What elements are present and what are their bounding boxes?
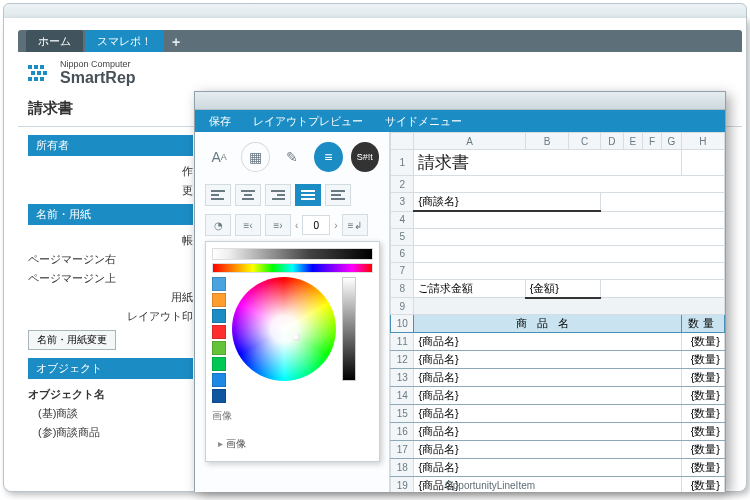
color-picker: 画像 画像 (205, 241, 380, 462)
align-justify-icon[interactable] (295, 184, 321, 206)
table-row[interactable]: 17{商品名}{数量} (391, 441, 725, 459)
owner-header: 所有者 (28, 135, 193, 156)
horizontal-align-row (195, 180, 389, 210)
col-header[interactable]: E (623, 133, 642, 150)
color-wheel[interactable] (232, 277, 336, 381)
brand-line1: Nippon Computer (60, 60, 136, 69)
color-swatch[interactable] (212, 389, 226, 403)
col-header[interactable]: G (662, 133, 681, 150)
menu-side-menu[interactable]: サイドメニュー (385, 114, 462, 129)
cell-hdr-name[interactable]: 商品名 (414, 315, 681, 333)
table-row[interactable]: 18{商品名}{数量} (391, 459, 725, 477)
menu-layout-preview[interactable]: レイアウトプレビュー (253, 114, 363, 129)
name-row-0: 帳 (28, 231, 193, 250)
picker-image-label: 画像 (212, 409, 373, 423)
col-header[interactable]: B (525, 133, 569, 150)
brightness-slider[interactable] (342, 277, 356, 381)
indent-row: ◔ ≡‹ ≡› ‹ › ≡↲ (195, 210, 389, 240)
menu-save[interactable]: 保存 (209, 114, 231, 129)
brand-line2: SmartRep (60, 69, 136, 86)
margin-right-label: ページマージン右 (28, 250, 193, 269)
align-center-icon[interactable] (235, 184, 261, 206)
indent-value-input[interactable] (302, 215, 330, 235)
align-distribute-icon[interactable] (325, 184, 351, 206)
col-header[interactable]: C (569, 133, 601, 150)
editor-dialog-titlebar[interactable] (195, 92, 725, 110)
col-header[interactable] (391, 133, 414, 150)
footer-path: OpportunityLineItem (445, 480, 535, 491)
table-row[interactable]: 11{商品名}{数量} (391, 333, 725, 351)
color-swatch[interactable] (212, 325, 226, 339)
col-header[interactable]: D (600, 133, 623, 150)
table-row[interactable]: 13{商品名}{数量} (391, 369, 725, 387)
font-tool-icon[interactable]: AA (205, 142, 233, 172)
align-right-icon[interactable] (265, 184, 291, 206)
alignment-tool-icon[interactable]: ≡ (314, 142, 342, 172)
eyedropper-tool-icon[interactable]: ✎ (278, 142, 306, 172)
color-wheel-handle[interactable] (292, 333, 300, 341)
table-row[interactable]: 12{商品名}{数量} (391, 351, 725, 369)
color-swatch[interactable] (212, 373, 226, 387)
sheet-preview[interactable]: ABCDEFGH 1請求書 2 3{商談名} 4 5 6 7 8ご請求金額{金額… (390, 132, 725, 492)
table-row[interactable]: 14{商品名}{数量} (391, 387, 725, 405)
cell-merchant[interactable]: {商談名} (414, 193, 601, 212)
spreadsheet: ABCDEFGH 1請求書 2 3{商談名} 4 5 6 7 8ご請求金額{金額… (390, 132, 725, 492)
object-2[interactable]: (参)商談商品 (28, 423, 193, 442)
script-tool-icon[interactable]: S#!t (351, 142, 379, 172)
color-swatch[interactable] (212, 341, 226, 355)
cell-invoice-label[interactable]: ご請求金額 (414, 279, 525, 298)
cell-amount[interactable]: {金額} (525, 279, 600, 298)
format-panel: AA ▦ ✎ ≡ S#!t ◔ ≡‹ ≡› ‹ (195, 132, 390, 492)
table-row[interactable]: 15{商品名}{数量} (391, 405, 725, 423)
main-window: ホーム スマレポ！ + Nippon Computer SmartRep 請求書… (3, 18, 747, 492)
object-name-label: オブジェクト名 (28, 385, 193, 404)
color-swatch[interactable] (212, 357, 226, 371)
tab-home[interactable]: ホーム (26, 30, 83, 52)
wrap-text-icon[interactable]: ≡↲ (342, 214, 368, 236)
editor-menu: 保存 レイアウトプレビュー サイドメニュー (195, 110, 725, 132)
opacity-icon[interactable]: ◔ (205, 214, 231, 236)
tab-bar: ホーム スマレポ！ + (18, 30, 742, 52)
indent-icon[interactable]: ≡› (265, 214, 291, 236)
paper-row: 用紙 (28, 288, 193, 307)
editor-dialog: 保存 レイアウトプレビュー サイドメニュー AA ▦ ✎ ≡ S#!t (194, 91, 726, 491)
hue-swatch-strip[interactable] (212, 263, 373, 273)
brand-text: Nippon Computer SmartRep (60, 60, 136, 87)
name-paper-header: 名前・用紙 (28, 204, 193, 225)
tab-smarepo[interactable]: スマレポ！ (85, 30, 164, 52)
owner-row-1: 作 (28, 162, 193, 181)
recent-swatches (212, 277, 226, 403)
owner-row-2: 更 (28, 181, 193, 200)
object-1[interactable]: (基)商談 (28, 404, 193, 423)
border-tool-icon[interactable]: ▦ (241, 142, 269, 172)
picker-image-expand[interactable]: 画像 (212, 433, 373, 455)
brand-row: Nippon Computer SmartRep (18, 52, 742, 93)
outdent-icon[interactable]: ≡‹ (235, 214, 261, 236)
tool-category-row: AA ▦ ✎ ≡ S#!t (195, 132, 389, 180)
grayscale-swatch-strip[interactable] (212, 248, 373, 260)
table-row[interactable]: 16{商品名}{数量} (391, 423, 725, 441)
color-swatch[interactable] (212, 293, 226, 307)
cell-hdr-qty[interactable]: 数量 (681, 315, 724, 333)
object-header: オブジェクト (28, 358, 193, 379)
layout-print-row: レイアウト印 (28, 307, 193, 326)
margin-top-label: ページマージン上 (28, 269, 193, 288)
color-swatch[interactable] (212, 277, 226, 291)
change-name-paper-button[interactable]: 名前・用紙変更 (28, 330, 116, 350)
tab-add[interactable]: + (166, 32, 186, 52)
cell-title[interactable]: 請求書 (414, 150, 681, 176)
col-header[interactable]: H (681, 133, 724, 150)
col-header[interactable]: F (642, 133, 661, 150)
brand-logo-icon (28, 63, 54, 85)
table-row[interactable]: 19{商品名}{数量} (391, 477, 725, 493)
col-header[interactable]: A (414, 133, 525, 150)
color-swatch[interactable] (212, 309, 226, 323)
align-left-icon[interactable] (205, 184, 231, 206)
